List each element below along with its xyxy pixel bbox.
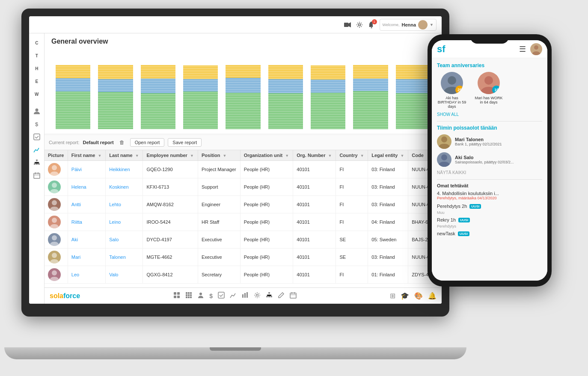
svg-rect-30 [190, 296, 192, 298]
bottom-palette-icon[interactable]: 🎨 [414, 292, 423, 300]
sidebar-dollar-icon[interactable]: $ [30, 118, 44, 130]
col-picture: Picture [45, 150, 68, 161]
col-last-name[interactable]: Last name ▼ [106, 150, 143, 161]
bar-green-segment [56, 92, 90, 129]
bottom-grad-icon[interactable]: 🎓 [401, 292, 409, 300]
bar-group [311, 65, 345, 129]
cell-avatar [45, 249, 68, 266]
phone-user-avatar[interactable] [530, 43, 542, 55]
svg-rect-9 [38, 163, 40, 165]
cell-employee-number: IROO-5424 [143, 213, 198, 231]
current-report-label: Current report: [49, 140, 80, 145]
sidebar-item-h[interactable]: H [30, 62, 44, 74]
cell-country: SE [336, 231, 368, 249]
task-sub2-cat: Perehdytys [437, 224, 542, 228]
bottom-icons-right: ⊞ 🎓 🎨 🔔 [390, 292, 437, 300]
page-title: General overview [51, 38, 435, 45]
bottom-gear-icon[interactable] [254, 292, 261, 300]
col-org-number[interactable]: Org. Number ▼ [293, 150, 336, 161]
col-first-name[interactable]: First name ▼ [68, 150, 105, 161]
settings-icon[interactable] [356, 21, 363, 29]
svg-point-17 [52, 270, 57, 275]
phone-logo: sf [437, 44, 445, 55]
bar [141, 65, 175, 129]
notification-bell[interactable]: 1 [368, 21, 375, 29]
table-area[interactable]: Current report: Default report 🗑 Open re… [45, 135, 442, 287]
bar-yellow-segment [183, 65, 218, 79]
bar [396, 65, 431, 129]
svg-point-2 [358, 24, 360, 26]
svg-rect-22 [186, 292, 187, 294]
svg-rect-38 [266, 296, 268, 297]
cell-org-unit: People (HR) [240, 196, 293, 213]
bottom-grid2-icon[interactable] [185, 292, 192, 300]
bottom-hierarchy-icon[interactable] [266, 292, 273, 300]
cell-avatar [45, 196, 68, 213]
col-country[interactable]: Country ▼ [336, 150, 368, 161]
sidebar-person-icon[interactable] [30, 105, 44, 117]
table-row: AkiSaloDYCD-4197ExecutivePeople (HR)4010… [45, 231, 442, 249]
chevron-down-icon: ▼ [430, 23, 434, 27]
bar-group [268, 65, 303, 129]
bottom-calendar-icon[interactable] [290, 292, 297, 300]
col-employee-number[interactable]: Employee number ▼ [143, 150, 198, 161]
tasks-title: Omat tehtävät [437, 183, 542, 188]
cell-country: FI [336, 178, 368, 196]
bottom-toolbar: solaforce $ [45, 287, 442, 304]
employee-avatar [48, 251, 61, 263]
absence-mari-avatar [437, 134, 451, 149]
bottom-tile-icon[interactable]: ⊞ [390, 292, 395, 300]
bottom-barchart-icon[interactable] [242, 292, 249, 300]
sidebar-org-icon[interactable] [30, 157, 44, 169]
svg-rect-35 [246, 292, 248, 298]
svg-point-11 [52, 165, 57, 170]
task-sub-3: newTask UUSI [437, 231, 542, 236]
bottom-grid-icon[interactable] [173, 292, 180, 300]
notification-badge: 1 [372, 19, 377, 24]
col-org-unit[interactable]: Organization unit ▼ [240, 150, 293, 161]
bottom-check-icon[interactable] [218, 292, 225, 300]
svg-rect-18 [174, 292, 176, 295]
show-all-absences[interactable]: NÄYTÄ KAIKKI [437, 170, 542, 175]
video-icon[interactable] [344, 21, 351, 29]
delete-report-btn[interactable]: 🗑 [117, 138, 127, 147]
bottom-linechart-icon[interactable] [230, 292, 237, 300]
bottom-bell-icon[interactable]: 🔔 [428, 292, 437, 300]
bottom-dollar-icon[interactable]: $ [209, 293, 213, 299]
user-menu[interactable]: Welcome, Henna ▼ [380, 19, 437, 31]
svg-point-13 [52, 200, 57, 205]
bottom-icons-group: $ [173, 292, 297, 300]
open-report-button[interactable]: Open report [130, 138, 165, 147]
svg-point-14 [52, 218, 57, 223]
bottom-edit-icon[interactable] [278, 292, 285, 300]
sidebar-calendar-icon[interactable] [30, 169, 44, 181]
bar-group [396, 65, 431, 129]
bar-blue-segment [226, 78, 260, 93]
svg-point-42 [534, 45, 538, 50]
col-legal-entity[interactable]: Legal entity ▼ [368, 150, 408, 161]
sidebar-item-e[interactable]: E [30, 75, 44, 87]
col-position[interactable]: Position ▼ [198, 150, 241, 161]
cell-org-number: 40101 [293, 178, 336, 196]
sidebar-check-icon[interactable] [30, 131, 44, 143]
welcome-label: Welcome, [383, 23, 400, 27]
show-all-anniversaries[interactable]: SHOW ALL [437, 112, 542, 117]
sidebar-item-c[interactable]: C [30, 37, 44, 49]
cell-position: Executive [198, 231, 241, 249]
absence-mari-name: Mari Talonen [455, 137, 542, 142]
sidebar-item-t[interactable]: T [30, 50, 44, 62]
anniversary-aki: 25 Aki has BIRTHDAY in 59 days [437, 72, 467, 109]
sidebar-chart-icon[interactable] [30, 144, 44, 156]
svg-point-43 [448, 76, 456, 85]
save-report-button[interactable]: Save report [168, 138, 202, 147]
bar-group [141, 65, 175, 129]
cell-first-name: Mari [68, 249, 105, 266]
bottom-person-icon[interactable] [197, 292, 204, 300]
cell-org-number: 40101 [293, 213, 336, 231]
bar-yellow-segment [311, 65, 345, 80]
sidebar-item-w[interactable]: W [30, 88, 44, 100]
bar-blue-segment [98, 79, 133, 92]
phone-menu-icon[interactable]: ☰ [519, 44, 526, 54]
cell-country: FI [336, 196, 368, 213]
svg-rect-28 [186, 296, 187, 298]
